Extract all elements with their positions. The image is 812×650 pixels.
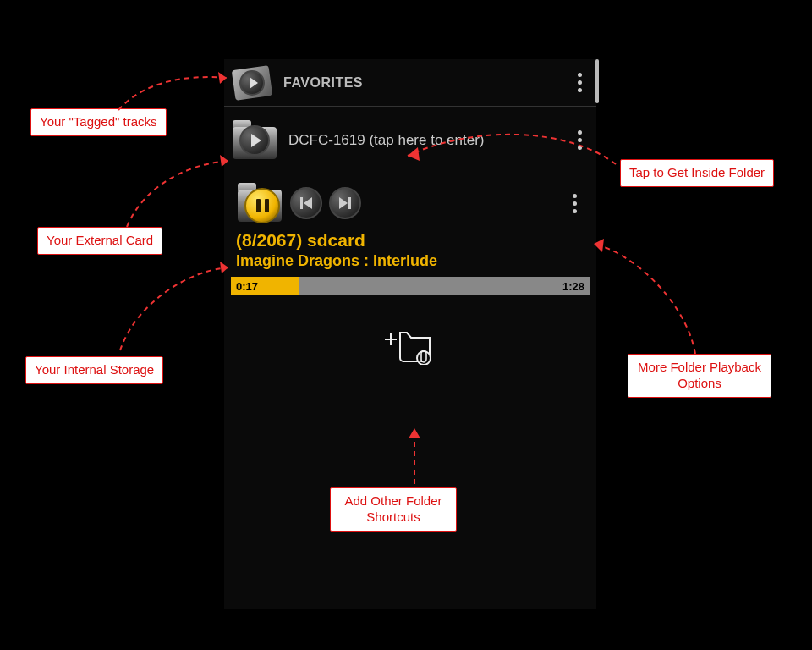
player-folder-icon	[236, 183, 283, 223]
add-folder-shortcut-button[interactable]	[380, 319, 441, 365]
time-elapsed: 0:17	[231, 280, 258, 293]
callout-more-options: More Folder Playback Options	[628, 354, 771, 398]
time-duration: 1:28	[562, 280, 590, 293]
arrow-icon	[118, 152, 237, 229]
favorites-row[interactable]: FAVORITES	[224, 59, 596, 107]
callout-add-shortcuts: Add Other Folder Shortcuts	[330, 488, 457, 532]
favorites-label: FAVORITES	[283, 75, 569, 91]
folder-row[interactable]: DCFC-1619 (tap here to enter)	[224, 107, 596, 174]
arrow-icon	[110, 262, 237, 355]
callout-tap-inside-folder: Tap to Get Inside Folder	[620, 159, 774, 187]
arrow-icon	[110, 64, 237, 115]
next-track-button[interactable]	[329, 187, 361, 219]
track-title: Imagine Dragons : Interlude	[236, 252, 584, 270]
previous-track-button[interactable]	[290, 187, 322, 219]
arrow-icon	[585, 237, 721, 364]
folder-menu-button[interactable]	[569, 124, 590, 157]
favorites-icon	[231, 64, 273, 102]
callout-internal-storage: Your Internal Storage	[25, 356, 163, 384]
scrollbar[interactable]	[595, 59, 599, 103]
player-row: (8/2067) sdcard Imagine Dragons : Interl…	[224, 174, 596, 370]
folder-icon	[231, 120, 278, 161]
pause-button[interactable]	[244, 188, 280, 223]
folder-label: DCFC-1619 (tap here to enter)	[288, 132, 569, 149]
callout-external-card: Your External Card	[37, 227, 162, 255]
callout-tagged-tracks: Your "Tagged" tracks	[30, 108, 167, 136]
favorites-menu-button[interactable]	[569, 66, 590, 100]
track-counter: (8/2067) sdcard	[236, 230, 584, 251]
progress-bar[interactable]: 0:17 1:28	[231, 277, 590, 295]
player-menu-button[interactable]	[564, 186, 584, 220]
